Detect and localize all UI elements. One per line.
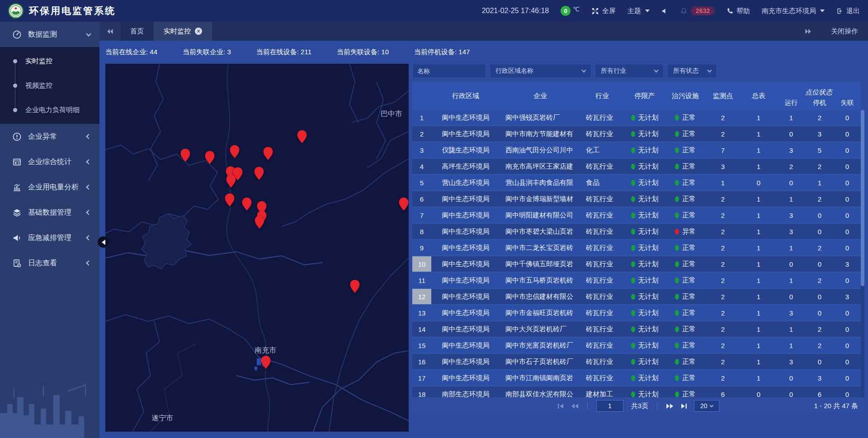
table-row[interactable]: 15阆中生态环境局阆中市光富页岩机砖厂砖瓦行业无计划正常21120 [412, 338, 861, 354]
page-number-input[interactable] [596, 400, 623, 412]
facility-status-text: 正常 [682, 358, 696, 366]
tabs-scroll-right-button[interactable] [797, 28, 818, 34]
status-dot-green [631, 261, 635, 267]
fullscreen-button[interactable]: 全屏 [591, 7, 616, 15]
table-row[interactable]: 12阆中生态环境局阆中市忠信建材有限公砖瓦行业无计划正常21003 [412, 289, 861, 305]
map-pin[interactable] [297, 130, 307, 143]
status-dot-green [631, 131, 635, 137]
table-row[interactable]: 7阆中生态环境局阆中明阳建材有限公司砖瓦行业无计划正常21300 [412, 207, 861, 224]
bullet-icon [13, 108, 17, 112]
sidebar-item-基础数据管理[interactable]: 基础数据管理 [0, 200, 99, 225]
next-page-button[interactable] [666, 403, 674, 409]
table-row[interactable]: 6阆中生态环境局阆中市金博瑞新型墙材砖瓦行业无计划正常21120 [412, 191, 861, 207]
sidebar-item-应急减排管理[interactable]: 应急减排管理 [0, 225, 99, 250]
tab-home[interactable]: 首页 [120, 22, 154, 41]
map-pin[interactable] [261, 356, 270, 369]
tabs-scroll-left-button[interactable] [99, 22, 120, 41]
app-logo-icon [8, 3, 24, 19]
sidebar-item-日志查看[interactable]: 日志查看 [0, 250, 99, 276]
map-pin[interactable] [225, 193, 235, 207]
cell-run: 0 [777, 256, 806, 272]
cell-meter: 1 [741, 321, 777, 337]
table-scrollbar[interactable] [861, 110, 864, 397]
table-row[interactable]: 3仪陇生态环境局西南油气田分公司川中化工无计划正常71350 [412, 142, 861, 159]
cell-points: 2 [705, 126, 741, 141]
cell-points: 1 [705, 175, 741, 190]
cell-industry: 食品 [580, 175, 624, 190]
tab-close-icon[interactable]: ✕ [195, 28, 202, 35]
cell-company: 阆中市石子页岩机砖厂 [500, 354, 580, 369]
sidebar-subitem-实时监控[interactable]: 实时监控 [0, 49, 99, 73]
close-operations-button[interactable]: 关闭操作 [831, 27, 858, 36]
prev-page-button[interactable] [571, 403, 579, 409]
monitor-map[interactable]: 巴中市南充市遂宁市 [105, 64, 409, 432]
scrollbar-thumb[interactable] [861, 110, 864, 286]
table-row[interactable]: 8阆中生态环境局阆中市枣碧大梁山页岩砖瓦行业无计划异常21300 [412, 224, 861, 240]
limit-status-text: 无计划 [638, 130, 659, 138]
table-row[interactable]: 9阆中生态环境局阆中市二龙长宝页岩砖砖瓦行业无计划正常21120 [412, 240, 861, 256]
last-page-button[interactable] [680, 403, 687, 409]
map-city-label-遂宁市: 遂宁市 [151, 413, 173, 423]
cell-industry: 砖瓦行业 [580, 370, 624, 386]
table-row[interactable]: 13阆中生态环境局阆中市金福旺页岩机砖砖瓦行业无计划正常21300 [412, 305, 861, 321]
table-row[interactable]: 4高坪生态环境局南充市高坪区王家店建砖瓦行业无计划正常31220 [412, 159, 861, 175]
help-button[interactable]: 帮助 [726, 7, 750, 15]
map-pin[interactable] [242, 198, 251, 211]
industry-filter-select[interactable]: 所有行业 [595, 64, 664, 78]
table-row[interactable]: 2阆中生态环境局阆中市南方节能建材有砖瓦行业无计划正常21030 [412, 126, 861, 142]
cell-facility-status: 正常 [665, 142, 705, 158]
map-pin[interactable] [181, 149, 190, 162]
table-row[interactable]: 17阆中生态环境局阆中市江南镇阆南页岩砖瓦行业无计划正常21030 [412, 370, 861, 386]
cell-lost: 0 [834, 273, 861, 288]
map-pin[interactable] [255, 216, 264, 229]
name-filter-input[interactable] [412, 64, 486, 78]
region-filter-select[interactable]: 行政区域名称 [490, 64, 591, 78]
cell-meter: 1 [741, 305, 777, 320]
table-row[interactable]: 18南部生态环境局南部县双佳水泥有限公建材加工无计划正常60060 [412, 386, 861, 397]
page-size-select[interactable]: 20 [694, 400, 719, 412]
map-pin[interactable] [230, 145, 239, 158]
chevron-left-icon [102, 240, 105, 245]
cell-company: 阆中市南方节能建材有 [500, 126, 580, 141]
table-row[interactable]: 5营山生态环境局营山县润丰肉食品有限食品无计划正常10010 [412, 175, 861, 191]
row-number: 12 [412, 289, 431, 304]
notifications-button[interactable]: 2632 [680, 6, 715, 15]
sidebar-item-数据监测[interactable]: 数据监测 [0, 22, 99, 47]
map-pin[interactable] [399, 198, 408, 211]
sidebar-item-企业异常[interactable]: 企业异常 [0, 124, 99, 149]
map-pin[interactable] [350, 280, 359, 293]
cell-limit-status: 无计划 [624, 370, 665, 386]
theme-menu[interactable]: 主题 [627, 7, 650, 15]
logout-button[interactable]: 退出 [836, 7, 860, 15]
cell-limit-status: 无计划 [624, 354, 665, 369]
table-row[interactable]: 14阆中生态环境局阆中大兴页岩机砖厂砖瓦行业无计划正常21120 [412, 321, 861, 338]
map-pin[interactable] [264, 147, 273, 160]
table-row[interactable]: 16阆中生态环境局阆中市石子页岩机砖厂砖瓦行业无计划正常21300 [412, 354, 861, 370]
cell-lost: 0 [834, 175, 861, 190]
status-filter-select[interactable]: 所有状态 [667, 64, 717, 78]
mute-button[interactable] [661, 8, 668, 14]
map-pin[interactable] [226, 174, 236, 188]
table-row[interactable]: 10阆中生态环境局阆中千佛镇五郎垭页岩砖瓦行业无计划正常21003 [412, 256, 861, 273]
cell-industry: 建材加工 [580, 386, 624, 397]
tab-realtime-monitor[interactable]: 实时监控 ✕ [154, 22, 212, 41]
sidebar-subitem-视频监控[interactable]: 视频监控 [0, 73, 99, 98]
sidebar-subitem-企业电力负荷明细[interactable]: 企业电力负荷明细 [0, 98, 99, 122]
stat-label: 当前停机设备: [414, 48, 458, 56]
col-header-facility: 治污设施 [665, 82, 705, 110]
map-pin[interactable] [255, 167, 264, 180]
table-row[interactable]: 1阆中生态环境局阆中强锐页岩砖厂砖瓦行业无计划正常21120 [412, 110, 861, 126]
limit-status-text: 无计划 [638, 276, 659, 285]
table-row[interactable]: 11阆中生态环境局阆中市五马桥页岩机砖砖瓦行业无计划正常21120 [412, 273, 861, 289]
sidebar-item-企业用电量分析[interactable]: 企业用电量分析 [0, 174, 99, 200]
tab-bar: 首页 实时监控 ✕ 关闭操作 [99, 22, 868, 41]
map-pin[interactable] [205, 151, 214, 164]
chevron-down-icon [654, 68, 659, 72]
sidebar-item-企业综合统计[interactable]: 企业综合统计 [0, 149, 99, 174]
bell-icon [680, 7, 688, 15]
org-menu[interactable]: 南充市生态环境局 [762, 7, 825, 15]
sidebar-item-label: 企业用电量分析 [28, 183, 87, 192]
sidebar-collapse-handle[interactable] [98, 236, 109, 248]
stat-value: 147 [458, 48, 470, 56]
first-page-button[interactable] [557, 403, 564, 409]
